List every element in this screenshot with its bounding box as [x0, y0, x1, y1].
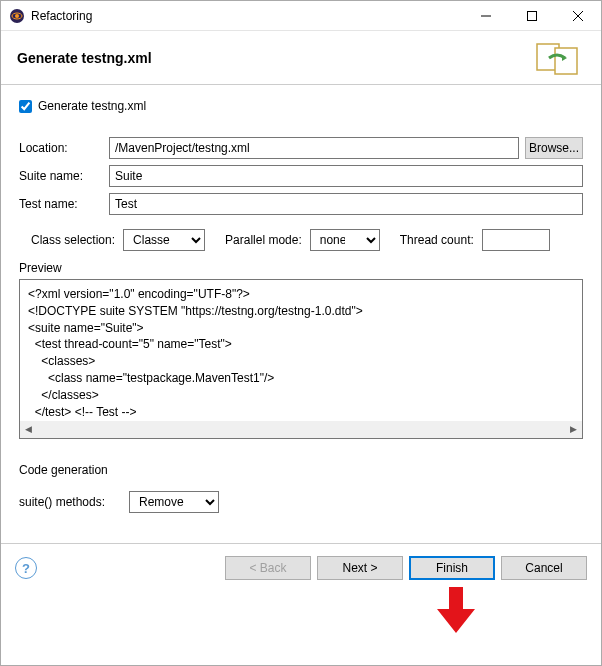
class-selection-select[interactable]: Classes: [123, 229, 205, 251]
generate-testng-label: Generate testng.xml: [38, 99, 146, 113]
annotation-arrow-icon: [435, 587, 477, 638]
scroll-track[interactable]: [37, 421, 565, 438]
suite-name-label: Suite name:: [19, 169, 109, 183]
code-generation-label: Code generation: [19, 463, 583, 477]
svg-point-2: [15, 14, 19, 18]
banner: Generate testng.xml: [1, 31, 601, 85]
generate-testng-checkbox[interactable]: [19, 100, 32, 113]
test-name-input[interactable]: [109, 193, 583, 215]
close-button[interactable]: [555, 1, 601, 30]
preview-content: <?xml version="1.0" encoding="UTF-8"?> <…: [28, 287, 363, 435]
minimize-button[interactable]: [463, 1, 509, 30]
maximize-button[interactable]: [509, 1, 555, 30]
finish-button[interactable]: Finish: [409, 556, 495, 580]
back-button: < Back: [225, 556, 311, 580]
scroll-right-icon[interactable]: ▶: [565, 421, 582, 438]
parallel-mode-select[interactable]: none: [310, 229, 380, 251]
next-button[interactable]: Next >: [317, 556, 403, 580]
preview-textarea[interactable]: <?xml version="1.0" encoding="UTF-8"?> <…: [19, 279, 583, 439]
thread-count-label: Thread count:: [400, 233, 474, 247]
horizontal-scrollbar[interactable]: ◀ ▶: [20, 421, 582, 438]
test-name-label: Test name:: [19, 197, 109, 211]
help-icon[interactable]: ?: [15, 557, 37, 579]
separator: [1, 543, 601, 544]
cancel-button[interactable]: Cancel: [501, 556, 587, 580]
scroll-left-icon[interactable]: ◀: [20, 421, 37, 438]
class-selection-label: Class selection:: [31, 233, 115, 247]
refactor-icon: [531, 38, 585, 78]
banner-title: Generate testng.xml: [17, 50, 531, 66]
suite-methods-select[interactable]: Remove: [129, 491, 219, 513]
eclipse-icon: [9, 8, 25, 24]
suite-methods-label: suite() methods:: [19, 495, 129, 509]
parallel-mode-label: Parallel mode:: [225, 233, 302, 247]
svg-rect-4: [528, 11, 537, 20]
suite-name-input[interactable]: [109, 165, 583, 187]
location-input[interactable]: [109, 137, 519, 159]
titlebar: Refactoring: [1, 1, 601, 31]
browse-button[interactable]: Browse...: [525, 137, 583, 159]
preview-label: Preview: [19, 261, 583, 275]
location-label: Location:: [19, 141, 109, 155]
thread-count-input[interactable]: [482, 229, 550, 251]
svg-rect-8: [555, 48, 577, 74]
window-title: Refactoring: [31, 9, 463, 23]
